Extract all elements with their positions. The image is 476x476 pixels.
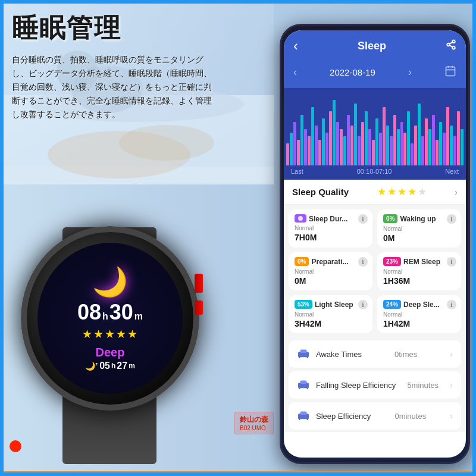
deep-sleep-normal: Normal bbox=[383, 311, 455, 318]
watch-deep-label: Deep bbox=[96, 346, 125, 359]
svg-rect-24 bbox=[306, 387, 308, 389]
falling-sleep-row[interactable]: Falling Sleep Efficiency 5minutes › bbox=[289, 371, 461, 399]
awake-times-value: 0times bbox=[394, 350, 417, 359]
svg-point-6 bbox=[119, 125, 214, 161]
stat-card-deep-sleep: 24% Deep Sle... Normal 1H42M ℹ bbox=[377, 295, 461, 333]
svg-rect-19 bbox=[299, 356, 300, 358]
light-sleep-title: Light Sleep bbox=[315, 300, 353, 309]
rem-sleep-value: 1H36M bbox=[383, 276, 455, 286]
rem-sleep-info[interactable]: ℹ bbox=[447, 257, 456, 267]
chart-bar-0 bbox=[286, 143, 289, 165]
star-1: ★ bbox=[377, 186, 386, 198]
preparation-normal: Normal bbox=[295, 268, 367, 275]
chart-bar-40 bbox=[428, 129, 431, 165]
watch-hours: 08 bbox=[77, 300, 101, 325]
sleep-quality-arrow[interactable]: › bbox=[455, 187, 458, 197]
calendar-icon[interactable] bbox=[444, 65, 456, 80]
chart-bar-18 bbox=[350, 126, 353, 165]
rem-sleep-badge: 23% bbox=[383, 257, 401, 266]
deep-sleep-value: 1H42M bbox=[383, 319, 455, 328]
sleep-duration-badge bbox=[295, 214, 306, 223]
sleep-quality-section[interactable]: Sleep Quality ★ ★ ★ ★ ★ › bbox=[284, 180, 466, 205]
chart-bar-33 bbox=[403, 133, 406, 165]
chart-bar-2 bbox=[293, 122, 296, 165]
chart-label-time: 00:10-07:10 bbox=[357, 168, 392, 175]
sleep-duration-info[interactable]: ℹ bbox=[358, 214, 368, 224]
chart-bar-9 bbox=[318, 140, 321, 165]
svg-rect-20 bbox=[306, 356, 308, 358]
light-sleep-info[interactable]: ℹ bbox=[358, 300, 368, 309]
sleep-z-icon: 🌙z bbox=[85, 361, 98, 371]
chart-bar-11 bbox=[325, 133, 328, 165]
chart-bar-13 bbox=[333, 100, 336, 165]
watch-unit-m: m bbox=[134, 311, 143, 322]
watermark-text2: B02 UMO bbox=[240, 425, 268, 431]
stats-grid: Sleep Dur... Normal 7H0M ℹ 0% Waking up … bbox=[284, 205, 466, 338]
chart-bars-container bbox=[284, 88, 466, 165]
sleep-efficiency-value: 0minutes bbox=[394, 412, 426, 421]
chart-bar-5 bbox=[304, 129, 307, 165]
chart-bar-32 bbox=[400, 122, 403, 165]
watch-button-bottom[interactable] bbox=[195, 300, 203, 315]
sleep-quality-label: Sleep Quality bbox=[292, 187, 349, 197]
watch-deep-time: 🌙z 05 h 27 m bbox=[85, 361, 135, 371]
chart-bar-6 bbox=[308, 136, 311, 165]
right-border bbox=[472, 0, 476, 476]
chart-bar-35 bbox=[411, 143, 414, 165]
watch-unit-h: h bbox=[102, 311, 108, 322]
chart-bar-1 bbox=[290, 133, 293, 165]
svg-rect-12 bbox=[446, 67, 455, 76]
description-text: 自分睡眠の質、拍数、睡眠呼吸の質をモニタリングし、ビッグデータ分析を経て、睡眠段… bbox=[12, 54, 214, 122]
watch-button-top[interactable] bbox=[195, 274, 203, 293]
chart-bar-20 bbox=[358, 136, 361, 165]
chart-bar-28 bbox=[386, 126, 389, 165]
svg-point-7 bbox=[452, 40, 455, 43]
waking-up-info[interactable]: ℹ bbox=[447, 214, 456, 224]
preparation-info[interactable]: ℹ bbox=[358, 257, 368, 267]
chart-bar-45 bbox=[446, 107, 449, 165]
sleep-quality-stars: ★ ★ ★ ★ ★ bbox=[377, 186, 427, 198]
falling-sleep-left: Falling Sleep Efficiency bbox=[297, 377, 396, 393]
sleep-efficiency-icon bbox=[297, 408, 310, 424]
chart-bar-34 bbox=[407, 111, 410, 166]
chart-bar-41 bbox=[432, 115, 435, 165]
description-area: 自分睡眠の質、拍数、睡眠呼吸の質をモニタリングし、ビッグデータ分析を経て、睡眠段… bbox=[12, 54, 214, 122]
sleep-efficiency-label: Sleep Efficiency bbox=[316, 412, 371, 421]
deep-sleep-info[interactable]: ℹ bbox=[447, 300, 456, 309]
awake-times-row[interactable]: Awake Times 0times › bbox=[289, 340, 461, 368]
awake-times-label: Awake Times bbox=[316, 350, 362, 359]
svg-line-10 bbox=[449, 45, 452, 47]
svg-rect-18 bbox=[300, 350, 307, 353]
share-button[interactable] bbox=[446, 39, 456, 53]
watch-deep-minutes: 27 bbox=[117, 361, 127, 371]
awake-times-icon bbox=[297, 346, 310, 362]
falling-sleep-label: Falling Sleep Efficiency bbox=[316, 381, 396, 390]
prev-date-button[interactable]: ‹ bbox=[293, 66, 297, 79]
chart-bar-14 bbox=[336, 122, 339, 165]
next-date-button[interactable]: › bbox=[408, 66, 412, 79]
chart-bar-26 bbox=[379, 133, 382, 165]
chart-bar-25 bbox=[375, 118, 378, 165]
falling-sleep-arrow: › bbox=[450, 380, 453, 390]
watch-deep-hours: 05 bbox=[99, 361, 110, 371]
chart-bar-22 bbox=[365, 111, 368, 166]
chart-bar-8 bbox=[315, 126, 318, 165]
stat-card-preparation: 0% Preparati... Normal 0M ℹ bbox=[289, 252, 372, 290]
falling-sleep-icon bbox=[297, 377, 310, 393]
sleep-efficiency-row[interactable]: Sleep Efficiency 0minutes › bbox=[289, 402, 461, 430]
chart-bar-31 bbox=[397, 129, 400, 165]
chart-bar-48 bbox=[457, 111, 460, 166]
stat-card-waking-up: 0% Waking up Normal 0M ℹ bbox=[377, 209, 461, 248]
back-button[interactable]: ‹ bbox=[293, 37, 298, 54]
star-4: ★ bbox=[408, 186, 416, 198]
svg-point-8 bbox=[447, 43, 450, 46]
app-title: Sleep bbox=[358, 40, 386, 52]
chart-label-next: Next bbox=[445, 168, 459, 175]
main-container: 睡眠管理 自分睡眠の質、拍数、睡眠呼吸の質をモニタリングし、ビッグデータ分析を経… bbox=[0, 0, 476, 476]
phone-screen: ‹ Sleep ‹ 2022-08-19 › bbox=[284, 30, 466, 458]
svg-point-16 bbox=[298, 216, 303, 221]
sleep-chart bbox=[284, 88, 466, 165]
current-date: 2022-08-19 bbox=[330, 67, 375, 77]
chart-bar-19 bbox=[354, 104, 357, 165]
chart-bar-47 bbox=[453, 136, 456, 165]
